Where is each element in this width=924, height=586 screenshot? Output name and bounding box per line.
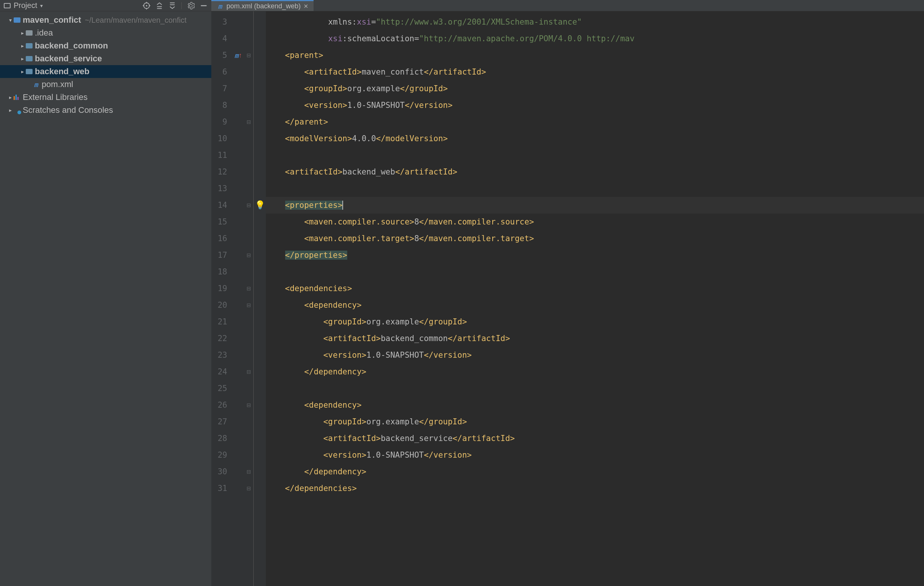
tree-node-external-libraries[interactable]: ▸External Libraries xyxy=(0,91,211,104)
editor-area: m pom.xml (backend_web) × 34567891011121… xyxy=(211,0,924,586)
collapse-all-icon[interactable] xyxy=(168,2,176,10)
tree-node-path: ~/Learn/maven/maven_confict xyxy=(85,16,187,25)
tree-node-backend_service[interactable]: ▸backend_service xyxy=(0,52,211,65)
code-line[interactable] xyxy=(266,263,924,280)
editor-gutter: 3456789101112131415161718192021222324252… xyxy=(211,12,266,586)
code-line[interactable]: <version>1.0-SNAPSHOT</version> xyxy=(266,97,924,114)
minimize-icon[interactable] xyxy=(200,2,208,10)
code-line[interactable]: <version>1.0-SNAPSHOT</version> xyxy=(266,347,924,364)
code-line[interactable]: <groupId>org.example</groupId> xyxy=(266,80,924,97)
gear-icon[interactable] xyxy=(187,2,195,10)
expand-icon[interactable]: ▸ xyxy=(19,30,26,36)
expand-icon[interactable]: ▸ xyxy=(7,94,14,100)
fold-icon[interactable]: ⊟ xyxy=(246,285,251,291)
maven-file-icon: m xyxy=(33,81,40,88)
code-line[interactable]: <artifactId>backend_service</artifactId> xyxy=(266,430,924,447)
tree-node-label: External Libraries xyxy=(23,92,87,102)
tab-pom-xml[interactable]: m pom.xml (backend_web) × xyxy=(211,0,314,11)
folder-source-icon xyxy=(26,56,33,61)
scratch-icon xyxy=(14,107,20,114)
tree-node-label: maven_confict xyxy=(23,15,81,25)
tree-node-label: backend_common xyxy=(35,41,108,51)
close-icon[interactable]: × xyxy=(304,2,308,11)
target-icon[interactable] xyxy=(143,2,150,10)
code-line[interactable]: </dependency> xyxy=(266,364,924,380)
code-content[interactable]: xmlns:xsi="http://www.w3.org/2001/XMLSch… xyxy=(266,12,924,586)
code-line[interactable]: <artifactId>backend_web</artifactId> xyxy=(266,163,924,180)
project-panel-icon xyxy=(4,3,11,8)
code-line[interactable]: <version>1.0-SNAPSHOT</version> xyxy=(266,447,924,463)
sidebar-title[interactable]: Project xyxy=(14,1,37,10)
code-line[interactable]: <groupId>org.example</groupId> xyxy=(266,313,924,330)
code-line[interactable]: xsi:schemaLocation="http://maven.apache.… xyxy=(266,30,924,47)
fold-icon[interactable]: ⊟ xyxy=(246,485,251,491)
folder-module-icon xyxy=(14,17,20,23)
code-line[interactable]: </parent> xyxy=(266,114,924,130)
intention-bulb-icon[interactable]: 💡 xyxy=(255,200,265,210)
up-arrow-icon: ↑ xyxy=(239,51,242,59)
code-line[interactable]: <maven.compiler.source>8</maven.compiler… xyxy=(266,214,924,230)
tree-node-label: backend_web xyxy=(35,67,89,76)
tree-node-label: pom.xml xyxy=(42,79,73,89)
expand-icon[interactable]: ▸ xyxy=(7,107,14,113)
tree-node-label: backend_service xyxy=(35,54,102,64)
maven-file-icon: m xyxy=(216,3,223,10)
folder-icon xyxy=(26,30,33,36)
expand-icon[interactable]: ▸ xyxy=(19,69,26,74)
expand-icon[interactable]: ▸ xyxy=(19,43,26,49)
code-line[interactable]: xmlns:xsi="http://www.w3.org/2001/XMLSch… xyxy=(266,14,924,30)
code-line[interactable]: <properties> xyxy=(266,197,924,214)
code-line[interactable]: <artifactId>maven_confict</artifactId> xyxy=(266,64,924,80)
tree-node-label: .idea xyxy=(35,28,53,38)
editor-body: 3456789101112131415161718192021222324252… xyxy=(211,12,924,586)
fold-icon[interactable]: ⊟ xyxy=(246,369,251,375)
code-line[interactable] xyxy=(266,180,924,197)
code-line[interactable]: </dependencies> xyxy=(266,480,924,497)
fold-icon[interactable]: ⊟ xyxy=(246,469,251,475)
code-line[interactable]: <dependency> xyxy=(266,397,924,413)
code-line[interactable]: <dependencies> xyxy=(266,280,924,297)
code-line[interactable]: <artifactId>backend_common</artifactId> xyxy=(266,330,924,347)
folder-source-icon xyxy=(26,43,33,48)
fold-icon[interactable]: ⊟ xyxy=(246,302,251,308)
code-line[interactable] xyxy=(266,147,924,163)
fold-icon[interactable]: ⊟ xyxy=(246,119,251,125)
editor-tab-bar: m pom.xml (backend_web) × xyxy=(211,0,924,12)
folder-source-icon xyxy=(26,69,33,74)
code-line[interactable] xyxy=(266,380,924,397)
fold-icon[interactable]: ⊟ xyxy=(246,52,251,58)
tree-node-label: Scratches and Consoles xyxy=(23,105,113,115)
tree-node--idea[interactable]: ▸.idea xyxy=(0,26,211,40)
tree-node-pom-xml[interactable]: mpom.xml xyxy=(0,78,211,91)
tree-node-maven_confict[interactable]: ▾maven_confict~/Learn/maven/maven_confic… xyxy=(0,14,211,26)
expand-all-icon[interactable] xyxy=(156,2,163,10)
tab-label: pom.xml (backend_web) xyxy=(226,2,301,10)
expand-icon[interactable]: ▸ xyxy=(19,56,26,62)
code-line[interactable]: <modelVersion>4.0.0</modelVersion> xyxy=(266,130,924,147)
sidebar-header: Project ▾ xyxy=(0,0,211,12)
fold-icon[interactable]: ⊟ xyxy=(246,252,251,258)
tree-node-backend_common[interactable]: ▸backend_common xyxy=(0,40,211,52)
line-numbers: 3456789101112131415161718192021222324252… xyxy=(211,12,233,586)
code-line[interactable]: </properties> xyxy=(266,247,924,263)
library-icon xyxy=(14,95,20,100)
code-line[interactable]: </dependency> xyxy=(266,463,924,480)
expand-icon[interactable]: ▾ xyxy=(7,17,14,23)
tree-node-scratches-and-consoles[interactable]: ▸Scratches and Consoles xyxy=(0,104,211,117)
code-line[interactable]: <dependency> xyxy=(266,297,924,313)
project-sidebar: Project ▾ ▾maven_confict~/Learn/maven/ma… xyxy=(0,0,211,586)
fold-icon[interactable]: ⊟ xyxy=(246,202,251,208)
code-line[interactable]: <maven.compiler.target>8</maven.compiler… xyxy=(266,230,924,247)
fold-icon[interactable]: ⊟ xyxy=(246,402,251,408)
svg-point-1 xyxy=(146,5,147,7)
project-tree[interactable]: ▾maven_confict~/Learn/maven/maven_confic… xyxy=(0,12,211,586)
code-line[interactable]: <groupId>org.example</groupId> xyxy=(266,413,924,430)
tree-node-backend_web[interactable]: ▸backend_web xyxy=(0,65,211,78)
maven-mark-icon: m xyxy=(234,51,239,59)
code-line[interactable]: <parent> xyxy=(266,47,924,64)
chevron-down-icon[interactable]: ▾ xyxy=(40,3,43,9)
